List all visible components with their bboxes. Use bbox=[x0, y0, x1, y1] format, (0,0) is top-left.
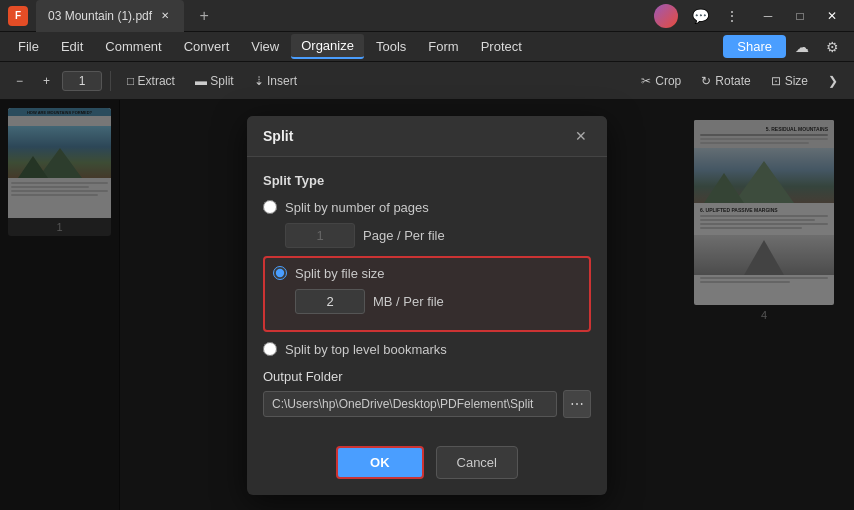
split-button[interactable]: ▬ Split bbox=[187, 70, 242, 92]
app-icon: F bbox=[8, 6, 28, 26]
option-filesize-label[interactable]: Split by file size bbox=[295, 266, 385, 281]
more-tools-button[interactable]: ❯ bbox=[820, 70, 846, 92]
zoom-in-button[interactable]: + bbox=[35, 70, 58, 92]
browse-folder-button[interactable]: ⋯ bbox=[563, 390, 591, 418]
output-folder-input[interactable] bbox=[263, 391, 557, 417]
filesize-unit-label: MB / Per file bbox=[373, 294, 444, 309]
header-icons: 💬 ⋮ bbox=[686, 2, 746, 30]
new-tab-button[interactable]: + bbox=[192, 4, 216, 28]
option-pages-label[interactable]: Split by number of pages bbox=[285, 200, 429, 215]
option-filesize-input-row: MB / Per file bbox=[295, 289, 581, 314]
pages-per-file-input[interactable] bbox=[285, 223, 355, 248]
option-filesize-row: Split by file size bbox=[273, 266, 581, 281]
option-pages-row: Split by number of pages bbox=[263, 200, 591, 215]
rotate-button[interactable]: ↻ Rotate bbox=[693, 70, 758, 92]
dialog-overlay: Split ✕ Split Type Split by number of pa… bbox=[0, 100, 854, 510]
close-window-button[interactable]: ✕ bbox=[818, 6, 846, 26]
option-filesize-radio[interactable] bbox=[273, 266, 287, 280]
menu-file[interactable]: File bbox=[8, 35, 49, 58]
cloud-upload-icon[interactable]: ☁ bbox=[788, 33, 816, 61]
menu-bar: File Edit Comment Convert View Organize … bbox=[0, 32, 854, 62]
ok-button[interactable]: OK bbox=[336, 446, 424, 479]
toolbar-separator bbox=[110, 71, 111, 91]
menu-comment[interactable]: Comment bbox=[95, 35, 171, 58]
dialog-footer: OK Cancel bbox=[247, 434, 607, 495]
split-type-label: Split Type bbox=[263, 173, 591, 188]
menu-protect[interactable]: Protect bbox=[471, 35, 532, 58]
settings-icon[interactable]: ⚙ bbox=[818, 33, 846, 61]
menu-tools[interactable]: Tools bbox=[366, 35, 416, 58]
menu-organize[interactable]: Organize bbox=[291, 34, 364, 59]
highlighted-file-size-section: Split by file size MB / Per file bbox=[263, 256, 591, 332]
maximize-button[interactable]: □ bbox=[786, 6, 814, 26]
tab-title: 03 Mountain (1).pdf bbox=[48, 9, 152, 23]
option-pages-radio[interactable] bbox=[263, 200, 277, 214]
option-bookmarks-label[interactable]: Split by top level bookmarks bbox=[285, 342, 447, 357]
user-avatar bbox=[654, 4, 678, 28]
dialog-close-button[interactable]: ✕ bbox=[571, 126, 591, 146]
dialog-title: Split bbox=[263, 128, 293, 144]
toolbar: − + □ Extract ▬ Split ⇣ Insert ✂ Crop ↻ … bbox=[0, 62, 854, 100]
size-button[interactable]: ⊡ Size bbox=[763, 70, 816, 92]
menu-edit[interactable]: Edit bbox=[51, 35, 93, 58]
main-area: HOW ARE MOUNTAINS FORMED? 1 bbox=[0, 100, 854, 510]
output-folder-section: Output Folder ⋯ bbox=[263, 369, 591, 418]
extract-button[interactable]: □ Extract bbox=[119, 70, 183, 92]
window-controls: ─ □ ✕ bbox=[754, 6, 846, 26]
chat-icon-btn[interactable]: 💬 bbox=[686, 2, 714, 30]
option-pages-input-row: Page / Per file bbox=[285, 223, 591, 248]
pages-unit-label: Page / Per file bbox=[363, 228, 445, 243]
title-bar-left: F 03 Mountain (1).pdf ✕ + bbox=[8, 0, 216, 32]
close-tab-button[interactable]: ✕ bbox=[158, 9, 172, 23]
filesize-input[interactable] bbox=[295, 289, 365, 314]
zoom-out-button[interactable]: − bbox=[8, 70, 31, 92]
cancel-button[interactable]: Cancel bbox=[436, 446, 518, 479]
menu-form[interactable]: Form bbox=[418, 35, 468, 58]
dialog-body: Split Type Split by number of pages Page… bbox=[247, 157, 607, 434]
output-folder-row: ⋯ bbox=[263, 390, 591, 418]
split-dialog: Split ✕ Split Type Split by number of pa… bbox=[247, 116, 607, 495]
option-bookmarks-radio[interactable] bbox=[263, 342, 277, 356]
insert-button[interactable]: ⇣ Insert bbox=[246, 70, 305, 92]
crop-button[interactable]: ✂ Crop bbox=[633, 70, 689, 92]
zoom-input[interactable] bbox=[62, 71, 102, 91]
share-button[interactable]: Share bbox=[723, 35, 786, 58]
menu-convert[interactable]: Convert bbox=[174, 35, 240, 58]
dialog-header: Split ✕ bbox=[247, 116, 607, 157]
active-tab[interactable]: 03 Mountain (1).pdf ✕ bbox=[36, 0, 184, 32]
output-folder-label: Output Folder bbox=[263, 369, 591, 384]
more-icon-btn[interactable]: ⋮ bbox=[718, 2, 746, 30]
minimize-button[interactable]: ─ bbox=[754, 6, 782, 26]
option-bookmarks-row: Split by top level bookmarks bbox=[263, 342, 591, 357]
menu-view[interactable]: View bbox=[241, 35, 289, 58]
title-bar: F 03 Mountain (1).pdf ✕ + 💬 ⋮ ─ □ ✕ bbox=[0, 0, 854, 32]
